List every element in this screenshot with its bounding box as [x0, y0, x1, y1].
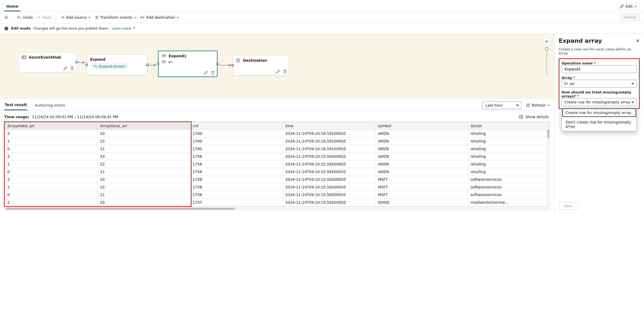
svg-point-10: [23, 56, 24, 57]
trash-icon[interactable]: [283, 69, 287, 74]
node-expand[interactable]: Expand Expand-stream: [87, 54, 147, 75]
edit-mode-label: Edit mode: [11, 26, 31, 30]
publish-button: Publish: [620, 13, 640, 21]
node-expand1[interactable]: Expand1 arr: [158, 51, 217, 77]
svg-point-12: [23, 57, 24, 58]
eventhub-icon: [22, 55, 26, 59]
edit-button[interactable]: Edit: [618, 3, 640, 10]
svg-rect-16: [164, 61, 165, 63]
svg-point-14: [164, 55, 165, 56]
chevron-down-icon: [177, 16, 179, 19]
add-source-button[interactable]: Add source: [60, 15, 91, 20]
details-icon: [519, 115, 523, 119]
op-name-label: Operation name: [562, 61, 637, 65]
refresh-icon: [526, 103, 530, 107]
zoom-slider[interactable]: [546, 47, 547, 76]
missing-label: How should we treat missing/empty arrays…: [562, 90, 637, 98]
refresh-button[interactable]: Refresh: [526, 103, 550, 107]
svg-point-2: [95, 16, 96, 17]
svg-point-0: [6, 17, 7, 18]
svg-point-3: [97, 17, 98, 18]
redo-icon: [36, 15, 41, 20]
table-row[interactable]: 01117562024-11-14T09:10:15.5820000ZAMZNr…: [5, 168, 550, 176]
vertical-scrollbar[interactable]: [547, 129, 550, 206]
col-ArrayValue_arr[interactable]: ArrayValue_arr: [97, 122, 190, 130]
time-range-label: Time range:: [4, 115, 29, 119]
table-row[interactable]: 23317572024-11-14T09:10:15.5820000ZGOOGm…: [5, 199, 550, 206]
info-icon: [4, 26, 8, 31]
pencil-icon[interactable]: [204, 71, 208, 75]
table-row[interactable]: 12217562024-11-14T09:10:15.5820000ZAMZNr…: [5, 160, 550, 168]
close-icon[interactable]: ✕: [636, 38, 640, 44]
svg-rect-9: [22, 56, 26, 59]
chevron-down-icon: [634, 5, 637, 8]
transform-label: Transform events: [100, 15, 132, 20]
svg-point-4: [96, 18, 97, 19]
node-destination[interactable]: Destination: [233, 55, 289, 75]
side-panel: Expand array ✕ Create a new row for each…: [554, 34, 644, 213]
chevron-down-icon: [547, 104, 550, 107]
svg-point-13: [24, 57, 24, 58]
svg-rect-7: [6, 28, 7, 29]
stream-icon: [93, 64, 98, 68]
col-sector[interactable]: sector: [468, 122, 549, 130]
horizontal-scrollbar[interactable]: [4, 207, 550, 210]
edit-mode-msg: Changes will go live once you publish th…: [33, 26, 109, 30]
add-source-label: Add source: [66, 15, 87, 20]
pencil-icon[interactable]: [63, 66, 67, 70]
table-row[interactable]: 01117582024-11-14T09:10:15.5820000ZMSFTs…: [5, 191, 550, 199]
svg-rect-5: [141, 16, 142, 18]
table-row[interactable]: 23317602024-11-14T09:10:16.5910000ZAMZNr…: [5, 130, 550, 137]
table-row[interactable]: 12217602024-11-14T09:10:16.5910000ZAMZNr…: [5, 137, 550, 145]
tab-test-result[interactable]: Test result: [4, 100, 27, 110]
op-name-input[interactable]: [562, 65, 637, 73]
node-source[interactable]: AzureEventHub: [18, 52, 77, 72]
missing-dropdown[interactable]: Create row for missing/empty array: [562, 98, 637, 106]
svg-point-8: [6, 27, 7, 28]
col-ArrayIndex_arr[interactable]: ArrayIndex_arr: [5, 122, 98, 130]
side-desc: Create a new row for each value within a…: [559, 47, 640, 55]
node-source-title: AzureEventHub: [29, 55, 61, 59]
transform-events-button[interactable]: Transform events: [95, 15, 137, 20]
node-expand1-title: Expand1: [169, 54, 187, 58]
result-grid: ArrayIndex_arrArrayValue_arrcnttimesymbo…: [4, 122, 550, 207]
learn-more-link[interactable]: Learn more: [112, 26, 135, 30]
undo-button[interactable]: Undo: [17, 15, 33, 20]
time-range-dropdown[interactable]: Last hour: [482, 101, 522, 109]
table-row[interactable]: 23317562024-11-14T09:10:15.5820000ZAMZNr…: [5, 153, 550, 160]
redo-button: Redo: [36, 15, 52, 20]
table-row[interactable]: 12217582024-11-14T09:10:15.5820000ZMSFTs…: [5, 183, 550, 191]
missing-dropdown-menu: Create row for missing/empty array Don't…: [562, 108, 637, 131]
redo-label: Redo: [42, 15, 52, 20]
svg-point-11: [24, 56, 24, 57]
svg-point-17: [238, 60, 239, 61]
zoom-add-button[interactable]: +: [543, 37, 550, 45]
col-symbol[interactable]: symbol: [375, 122, 468, 130]
show-details-button[interactable]: Show details: [519, 115, 549, 119]
array-dropdown[interactable]: arr: [562, 80, 637, 88]
col-cnt[interactable]: cnt: [190, 122, 283, 130]
expand-op-icon: [162, 54, 166, 58]
add-source-icon: [60, 15, 64, 20]
open-link-icon: [132, 27, 135, 30]
trash-icon[interactable]: [70, 66, 74, 70]
add-destination-button[interactable]: Add destination: [140, 15, 179, 20]
col-time[interactable]: time: [282, 122, 375, 130]
undo-label: Undo: [23, 15, 33, 20]
expand-stream-pill: Expand-stream: [90, 63, 128, 69]
trash-icon[interactable]: [211, 71, 215, 75]
missing-option-dont-create[interactable]: Don't create row for missing/empty array: [562, 117, 637, 131]
gear-icon[interactable]: [4, 15, 8, 20]
refresh-label: Refresh: [532, 103, 546, 107]
svg-rect-1: [63, 16, 64, 18]
tab-authoring-errors[interactable]: Authoring errors: [34, 101, 65, 110]
node-destination-title: Destination: [243, 58, 267, 63]
table-row[interactable]: 01117602024-11-14T09:10:16.5910000ZAMZNr…: [5, 145, 550, 153]
tab-home[interactable]: Home: [4, 2, 20, 11]
chevron-down-icon: [134, 16, 137, 19]
missing-option-create[interactable]: Create row for missing/empty array: [562, 108, 637, 117]
svg-rect-15: [162, 61, 164, 63]
table-row[interactable]: 23317582024-11-14T09:10:15.5820000ZMSFTs…: [5, 176, 550, 183]
pencil-icon[interactable]: [276, 69, 280, 74]
destination-icon: [236, 58, 240, 63]
